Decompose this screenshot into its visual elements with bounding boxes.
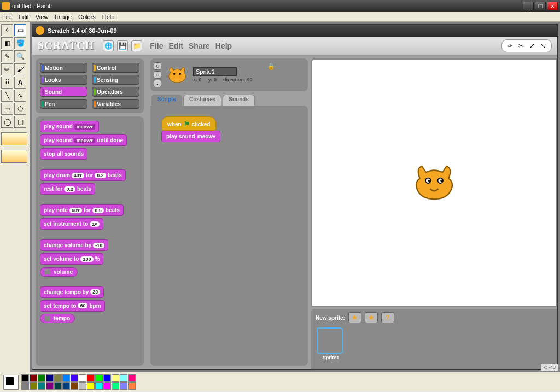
shrink-icon[interactable]: ⤡ (538, 41, 548, 51)
menu-image[interactable]: Image (55, 14, 72, 20)
color-swatch[interactable] (95, 374, 103, 382)
rotate-flip-icon[interactable]: ↔ (154, 71, 161, 79)
color-swatch[interactable] (38, 374, 45, 382)
color-swatch[interactable] (21, 382, 29, 390)
surprise-sprite-icon[interactable]: ? (381, 312, 394, 323)
color-swatch[interactable] (21, 374, 29, 382)
script-play-sound[interactable]: play soundmeow▾ (161, 131, 220, 142)
color-swatch[interactable] (71, 382, 78, 390)
current-colors[interactable] (3, 375, 19, 390)
text-tool[interactable]: A (14, 77, 26, 89)
color-swatch[interactable] (79, 382, 86, 390)
rotate-free-icon[interactable]: ↻ (154, 62, 161, 70)
lock-icon[interactable]: 🔒 (267, 63, 275, 70)
close-button[interactable]: ✕ (547, 2, 558, 10)
tab-costumes[interactable]: Costumes (183, 95, 221, 106)
color-swatch[interactable] (87, 382, 95, 390)
block-stop-sounds[interactable]: stop all sounds (40, 148, 88, 160)
block-set-volume[interactable]: set volume to100% (40, 253, 103, 265)
grow-icon[interactable]: ⤢ (527, 41, 537, 51)
color-swatch[interactable] (79, 374, 86, 382)
cut-icon[interactable]: ✂ (516, 41, 526, 51)
color-swatch[interactable] (38, 382, 45, 390)
minimize-button[interactable]: _ (523, 2, 534, 10)
line-tool[interactable]: ╲ (1, 90, 13, 102)
stamp-icon[interactable]: ✑ (505, 41, 515, 51)
category-looks[interactable]: Looks (40, 75, 88, 85)
rect-select-tool[interactable]: ▭ (14, 24, 26, 36)
color-swatch[interactable] (128, 374, 136, 382)
color-swatch[interactable] (95, 382, 103, 390)
color-swatch[interactable] (54, 382, 62, 390)
curve-tool[interactable]: ∿ (14, 90, 26, 102)
color-swatch[interactable] (46, 374, 54, 382)
eraser-tool[interactable]: ◧ (1, 37, 13, 49)
pencil-tool[interactable]: ✏ (1, 63, 13, 75)
menu-file[interactable]: File (2, 14, 12, 20)
fill-tool[interactable]: 🪣 (14, 37, 26, 49)
stage[interactable] (311, 58, 557, 307)
eyedropper-tool[interactable]: ✎ (1, 50, 13, 62)
smenu-edit[interactable]: Edit (168, 42, 183, 50)
rounded-rect-tool[interactable]: ▢ (14, 116, 26, 128)
category-motion[interactable]: Motion (40, 63, 88, 73)
color-swatch[interactable] (128, 382, 136, 390)
tab-scripts[interactable]: Scripts (151, 95, 182, 106)
color-swatch[interactable] (54, 374, 62, 382)
smenu-share[interactable]: Share (189, 42, 210, 50)
save-icon[interactable]: 💾 (117, 40, 128, 51)
block-tempo-reporter[interactable]: tempo (40, 314, 75, 323)
color-swatch[interactable] (46, 382, 54, 390)
color-swatch[interactable] (30, 382, 37, 390)
select-transparent-option[interactable] (1, 150, 27, 163)
block-play-drum[interactable]: play drum48▾for0.2beats (40, 169, 126, 181)
sprite-name-input[interactable] (193, 67, 237, 76)
language-icon[interactable]: 🌐 (103, 40, 114, 51)
category-sensing[interactable]: Sensing (92, 75, 139, 85)
menu-edit[interactable]: Edit (19, 14, 29, 20)
menu-view[interactable]: View (36, 14, 49, 20)
block-play-sound[interactable]: play soundmeow▾ (40, 121, 99, 132)
brush-tool[interactable]: 🖌 (14, 63, 26, 75)
block-volume-reporter[interactable]: volume (40, 267, 78, 277)
block-play-note[interactable]: play note60▾for0.5beats (40, 204, 124, 216)
ellipse-tool[interactable]: ◯ (1, 116, 13, 128)
choose-sprite-icon[interactable]: ★ (365, 312, 378, 323)
color-swatch[interactable] (103, 374, 111, 382)
category-operators[interactable]: Operators (92, 87, 139, 97)
block-set-instrument[interactable]: set instrument to1▾ (40, 218, 103, 230)
paint-sprite-icon[interactable]: ★ (348, 312, 361, 323)
block-set-tempo[interactable]: set tempo to60bpm (40, 300, 105, 312)
block-play-sound-done[interactable]: play soundmeow▾until done (40, 134, 127, 146)
folder-icon[interactable]: 📁 (131, 40, 142, 51)
hat-when-flag[interactable]: when⚑clicked (161, 116, 216, 131)
tab-sounds[interactable]: Sounds (223, 95, 255, 106)
polygon-tool[interactable]: ⬠ (14, 103, 26, 115)
menu-help[interactable]: Help (102, 14, 115, 20)
color-swatch[interactable] (62, 382, 70, 390)
spray-tool[interactable]: ⠿ (1, 77, 13, 89)
color-swatch[interactable] (112, 374, 119, 382)
checkbox-icon[interactable] (45, 269, 50, 274)
stage-cat-sprite[interactable] (410, 158, 459, 207)
maximize-button[interactable]: ❐ (535, 2, 546, 10)
category-control[interactable]: Control (92, 63, 139, 73)
category-variables[interactable]: Variables (92, 99, 139, 109)
block-change-volume[interactable]: change volume by-10 (40, 239, 108, 251)
color-swatch[interactable] (62, 374, 70, 382)
rotate-none-icon[interactable]: • (154, 80, 161, 87)
smenu-help[interactable]: Help (215, 42, 232, 50)
checkbox-icon[interactable] (45, 316, 50, 321)
block-rest[interactable]: rest for0.2beats (40, 183, 95, 195)
block-change-tempo[interactable]: change tempo by20 (40, 286, 104, 298)
smenu-file[interactable]: File (150, 42, 163, 50)
color-swatch[interactable] (71, 374, 78, 382)
freeform-select-tool[interactable]: ✧ (1, 24, 13, 36)
color-swatch[interactable] (120, 374, 127, 382)
magnify-tool[interactable]: 🔍 (14, 50, 26, 62)
sprite-list-item[interactable]: Sprite1 (317, 327, 345, 360)
rectangle-tool[interactable]: ▭ (1, 103, 13, 115)
category-pen[interactable]: Pen (40, 99, 88, 109)
script-area[interactable]: when⚑clicked play soundmeow▾ (150, 106, 308, 366)
color-swatch[interactable] (30, 374, 37, 382)
